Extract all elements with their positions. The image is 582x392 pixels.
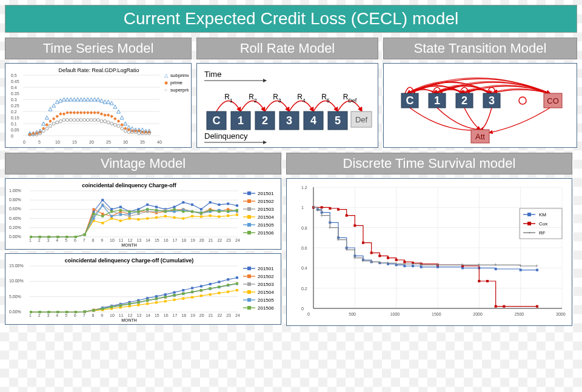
svg-rect-53 — [117, 119, 121, 123]
svg-text:0.00%: 0.00% — [9, 234, 21, 239]
svg-rect-530 — [247, 290, 251, 294]
svg-rect-298 — [236, 209, 238, 211]
svg-rect-241 — [155, 216, 158, 219]
svg-rect-340 — [247, 231, 251, 234]
svg-text:MONTH: MONTH — [121, 243, 137, 247]
svg-text:3: 3 — [47, 238, 50, 242]
svg-rect-243 — [173, 216, 176, 219]
svg-text:22: 22 — [217, 238, 222, 242]
svg-rect-479 — [101, 308, 104, 310]
svg-text:201503: 201503 — [258, 282, 274, 287]
svg-text:1: 1 — [238, 115, 244, 127]
svg-text:0.1: 0.1 — [11, 122, 17, 126]
svg-rect-527 — [247, 282, 251, 286]
svg-rect-284 — [110, 210, 113, 213]
svg-text:R4: R4 — [297, 93, 306, 104]
svg-rect-328 — [247, 199, 251, 203]
svg-rect-485 — [155, 297, 158, 300]
svg-text:10: 10 — [110, 313, 115, 317]
svg-text:4: 4 — [56, 238, 58, 242]
svg-rect-483 — [137, 301, 139, 304]
svg-text:+: + — [386, 260, 389, 266]
svg-text:RF: RF — [539, 230, 546, 236]
svg-rect-597 — [378, 254, 381, 257]
svg-rect-444 — [218, 292, 220, 294]
svg-text:15: 15 — [155, 313, 159, 317]
svg-rect-489 — [191, 291, 193, 293]
svg-rect-437 — [155, 301, 158, 304]
svg-point-80 — [86, 119, 89, 122]
svg-rect-248 — [218, 216, 220, 218]
svg-rect-365 — [155, 295, 158, 297]
svg-rect-167 — [137, 208, 139, 210]
svg-text:○: ○ — [164, 87, 167, 93]
svg-text:+: + — [353, 255, 356, 261]
svg-rect-636 — [527, 222, 531, 225]
dt-chart: 00.20.40.60.811.2 0500100015002000250030… — [289, 181, 569, 324]
svg-point-72 — [59, 120, 62, 123]
svg-text:R1: R1 — [224, 93, 233, 104]
svg-text:201505: 201505 — [258, 297, 274, 303]
svg-rect-490 — [200, 289, 202, 291]
svg-rect-590 — [321, 206, 323, 208]
main-title: Current Expected Credit Loss (CECL) mode… — [5, 5, 577, 33]
svg-rect-291 — [173, 208, 176, 210]
svg-text:23: 23 — [226, 238, 231, 242]
svg-text:17: 17 — [173, 313, 178, 317]
svg-text:0.6: 0.6 — [301, 246, 307, 250]
svg-text:0.80%: 0.80% — [9, 198, 21, 202]
top-row: Time Series Model Default Rate: Real.GDP… — [5, 38, 577, 148]
svg-text:1: 1 — [29, 313, 32, 317]
svg-rect-605 — [478, 280, 480, 282]
svg-text:0.20%: 0.20% — [9, 225, 21, 230]
svg-text:0.8: 0.8 — [301, 226, 307, 230]
svg-text:0.4: 0.4 — [11, 85, 17, 90]
svg-text:C: C — [406, 95, 414, 107]
svg-text:16: 16 — [164, 238, 169, 242]
svg-text:Delinquency: Delinquency — [204, 131, 248, 141]
svg-text:201501: 201501 — [258, 266, 274, 271]
svg-text:201506: 201506 — [258, 230, 274, 236]
vm-header: Vintage Model — [5, 153, 281, 174]
svg-text:11: 11 — [119, 238, 124, 242]
svg-rect-240 — [146, 218, 149, 220]
svg-text:5: 5 — [335, 115, 341, 127]
svg-text:+: + — [461, 262, 464, 268]
dt-panel: 00.20.40.60.811.2 0500100015002000250030… — [286, 178, 572, 326]
svg-rect-595 — [362, 242, 364, 244]
svg-text:3: 3 — [286, 115, 292, 127]
svg-text:+: + — [320, 213, 323, 219]
svg-rect-267 — [173, 210, 176, 213]
svg-rect-337 — [247, 223, 251, 227]
svg-text:0.2: 0.2 — [301, 287, 307, 291]
svg-point-81 — [90, 119, 93, 122]
rr-diagram: Time Delinquency C12345 R1R2R3R4R5RDef D… — [199, 66, 375, 146]
svg-point-69 — [49, 125, 52, 128]
svg-text:15: 15 — [155, 238, 159, 242]
svg-rect-487 — [173, 294, 176, 296]
svg-point-85 — [104, 120, 107, 123]
svg-rect-297 — [227, 210, 229, 212]
svg-rect-245 — [191, 215, 193, 218]
svg-text:0.15: 0.15 — [11, 116, 19, 120]
svg-text:1.00%: 1.00% — [9, 188, 21, 193]
svg-rect-373 — [227, 278, 229, 281]
svg-text:Def: Def — [355, 115, 368, 124]
svg-text:13: 13 — [136, 238, 141, 242]
svg-text:CO: CO — [547, 96, 559, 105]
svg-text:R3: R3 — [273, 93, 281, 104]
svg-text:0.00%: 0.00% — [9, 310, 21, 314]
svg-rect-484 — [146, 299, 149, 302]
svg-point-137 — [519, 97, 526, 104]
svg-rect-434 — [129, 305, 131, 307]
svg-text:5: 5 — [65, 313, 67, 317]
svg-rect-369 — [191, 287, 193, 289]
svg-text:0.3: 0.3 — [11, 98, 17, 102]
svg-rect-293 — [191, 210, 193, 213]
svg-rect-169 — [155, 206, 158, 208]
svg-text:MONTH: MONTH — [121, 318, 137, 322]
svg-rect-368 — [182, 289, 184, 291]
svg-rect-325 — [247, 191, 251, 195]
svg-rect-441 — [191, 296, 193, 299]
svg-text:201503: 201503 — [258, 207, 274, 212]
